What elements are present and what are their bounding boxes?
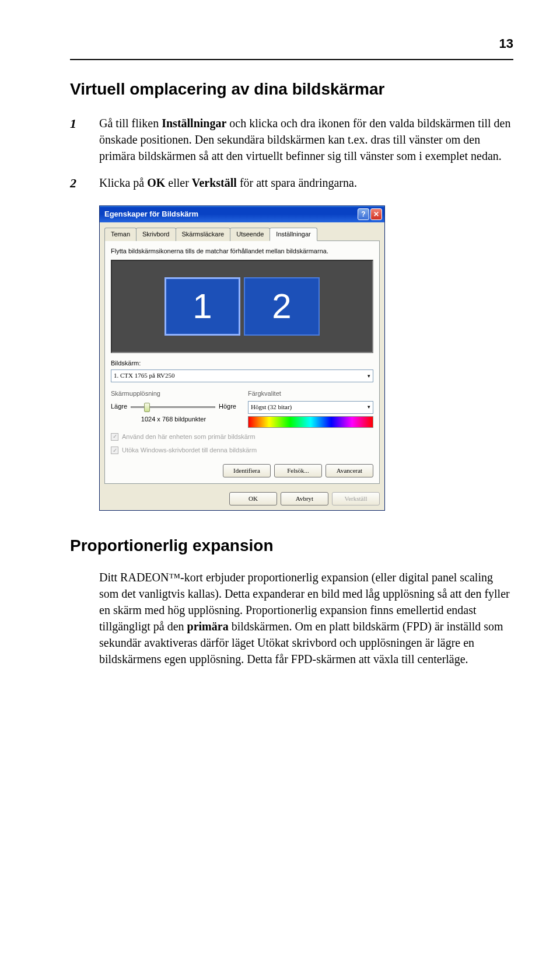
advanced-button[interactable]: Avancerat bbox=[326, 464, 373, 477]
checkbox-primary-label: Använd den här enheten som primär bildsk… bbox=[122, 433, 256, 441]
slider-low-label: Lägre bbox=[111, 402, 127, 411]
display-label: Bildskärm: bbox=[111, 359, 373, 368]
sub-heading: Proportionerlig expansion bbox=[70, 534, 513, 557]
identify-button[interactable]: Identifiera bbox=[223, 464, 271, 477]
settings-columns: Skärmupplösning Lägre Högre 1024 x 768 b… bbox=[111, 389, 373, 427]
tab-installningar[interactable]: Inställningar bbox=[270, 228, 317, 241]
titlebar-text: Egenskaper för Bildskärm bbox=[104, 209, 358, 219]
checkbox-extend[interactable]: ✓ bbox=[111, 447, 118, 454]
resolution-text: 1024 x 768 bildpunkter bbox=[111, 415, 236, 424]
step-bold: Inställningar bbox=[162, 117, 226, 130]
step-number: 2 bbox=[70, 175, 76, 193]
body-paragraph: Ditt RADEON™-kort erbjuder proportionerl… bbox=[70, 569, 513, 667]
checkbox-extend-label: Utöka Windows-skrivbordet till denna bil… bbox=[122, 446, 257, 455]
dialog-body: Teman Skrivbord Skärmsläckare Utseende I… bbox=[100, 222, 384, 510]
slider-high-label: Högre bbox=[219, 402, 236, 411]
primary-display-checkbox-row: ✓ Använd den här enheten som primär bild… bbox=[111, 433, 373, 441]
resolution-slider[interactable] bbox=[131, 401, 215, 413]
step-2: 2 Klicka på OK eller Verkställ för att s… bbox=[99, 175, 513, 191]
close-icon[interactable]: ✕ bbox=[370, 208, 382, 220]
resolution-group: Skärmupplösning Lägre Högre 1024 x 768 b… bbox=[111, 389, 236, 427]
color-quality-label: Färgkvalitet bbox=[248, 389, 373, 398]
panel-hint-text: Flytta bildskärmsikonerna tills de match… bbox=[111, 247, 373, 256]
dialog-button-row: OK Avbryt Verkställ bbox=[104, 492, 380, 505]
chevron-down-icon: ▾ bbox=[368, 372, 370, 380]
step-bold: OK bbox=[147, 176, 165, 189]
inner-button-row: Identifiera Felsök... Avancerat bbox=[111, 464, 373, 477]
help-icon[interactable]: ? bbox=[358, 208, 369, 220]
color-spectrum-preview bbox=[248, 416, 373, 428]
cancel-button[interactable]: Avbryt bbox=[281, 492, 328, 505]
step-text: eller bbox=[165, 176, 192, 189]
tab-panel-settings: Flytta bildskärmsikonerna tills de match… bbox=[104, 240, 380, 484]
step-text: för att spara ändringarna. bbox=[237, 176, 357, 189]
monitor-arrangement-area[interactable]: 1 2 bbox=[111, 260, 373, 353]
color-value: Högst (32 bitar) bbox=[251, 403, 292, 412]
step-1: 1 Gå till fliken Inställningar och klick… bbox=[99, 115, 513, 164]
step-text: Gå till fliken bbox=[99, 117, 162, 130]
tab-skarmslackare[interactable]: Skärmsläckare bbox=[176, 228, 231, 241]
titlebar[interactable]: Egenskaper för Bildskärm ? ✕ bbox=[100, 206, 384, 222]
color-group: Färgkvalitet Högst (32 bitar) ▾ bbox=[248, 389, 373, 427]
step-bold: Verkställ bbox=[192, 176, 237, 189]
extend-desktop-checkbox-row: ✓ Utöka Windows-skrivbordet till denna b… bbox=[111, 446, 373, 455]
slider-track bbox=[131, 406, 215, 408]
ok-button[interactable]: OK bbox=[229, 492, 277, 505]
slider-thumb[interactable] bbox=[144, 403, 150, 412]
resolution-label: Skärmupplösning bbox=[111, 389, 236, 398]
tab-strip: Teman Skrivbord Skärmsläckare Utseende I… bbox=[104, 227, 380, 240]
resolution-slider-row: Lägre Högre bbox=[111, 401, 236, 413]
monitor-2[interactable]: 2 bbox=[244, 277, 320, 336]
apply-button[interactable]: Verkställ bbox=[332, 492, 380, 505]
horizontal-rule bbox=[70, 59, 513, 60]
steps-list: 1 Gå till fliken Inställningar och klick… bbox=[70, 115, 513, 191]
display-select[interactable]: 1. CTX 1765 på RV250 ▾ bbox=[111, 369, 373, 382]
chevron-down-icon: ▾ bbox=[368, 403, 370, 411]
tab-skrivbord[interactable]: Skrivbord bbox=[136, 228, 176, 241]
titlebar-buttons: ? ✕ bbox=[358, 208, 382, 220]
step-number: 1 bbox=[70, 115, 76, 133]
step-text: Klicka på bbox=[99, 176, 147, 189]
display-value: 1. CTX 1765 på RV250 bbox=[114, 371, 175, 380]
checkbox-primary[interactable]: ✓ bbox=[111, 433, 118, 441]
para-bold: primära bbox=[187, 620, 229, 633]
troubleshoot-button[interactable]: Felsök... bbox=[274, 464, 322, 477]
color-quality-select[interactable]: Högst (32 bitar) ▾ bbox=[248, 401, 373, 414]
section-heading: Virtuell omplacering av dina bildskärmar bbox=[70, 78, 513, 100]
tab-teman[interactable]: Teman bbox=[104, 228, 136, 241]
monitor-1[interactable]: 1 bbox=[164, 277, 240, 336]
tab-utseende[interactable]: Utseende bbox=[230, 228, 270, 241]
dialog-screenshot: Egenskaper för Bildskärm ? ✕ Teman Skriv… bbox=[99, 205, 513, 511]
page-number: 13 bbox=[70, 35, 513, 53]
display-properties-dialog: Egenskaper för Bildskärm ? ✕ Teman Skriv… bbox=[99, 205, 385, 511]
